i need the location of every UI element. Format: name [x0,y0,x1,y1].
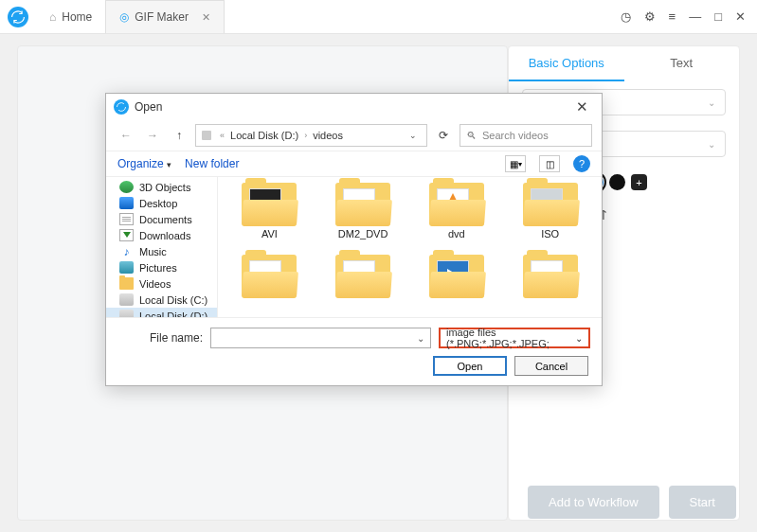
start-button[interactable]: Start [669,486,736,519]
swatch-black[interactable] [609,174,625,190]
history-icon[interactable]: ◷ [621,9,631,24]
file-grid[interactable]: AVIDM2_DVDdvdISO [218,177,602,317]
file-item[interactable]: dvd [413,183,501,251]
breadcrumb[interactable]: « Local Disk (D:) › videos ⌄ [195,124,427,147]
nav-forward-icon[interactable]: → [142,125,163,146]
file-item[interactable]: AVI [225,183,314,251]
breadcrumb-sep-icon: › [304,131,307,140]
folder-icon [429,183,484,226]
open-dialog: Open ✕ ← → ↑ « Local Disk (D:) › videos … [105,93,603,386]
refresh-icon[interactable]: ⟳ [433,129,454,142]
drive-icon [119,293,134,306]
file-type-filter[interactable]: image files (*.PNG;*.JPG;*.JPEG; ⌄ [439,328,590,348]
tree-item[interactable]: Desktop [106,195,217,211]
organize-menu[interactable]: Organize ▾ [117,157,171,170]
tree-item[interactable]: Local Disk (D:) [106,308,217,317]
folder-icon [242,255,297,298]
nav-back-icon[interactable]: ← [116,125,136,146]
titlebar: ⌂ Home ◎ GIF Maker ✕ ◷ ⚙ ≡ — □ ✕ [0,0,757,34]
dialog-app-icon [114,99,129,115]
dialog-close-icon[interactable]: ✕ [570,97,594,117]
tab-home-label: Home [62,10,92,24]
folder-icon [119,277,134,290]
app-logo-icon [8,7,28,27]
chevron-down-icon: ⌄ [708,98,715,108]
breadcrumb-drive[interactable]: Local Disk (D:) [230,130,298,141]
tab-gif-label: GIF Maker [135,10,189,24]
breadcrumb-dropdown-icon[interactable]: ⌄ [406,131,421,140]
tree-item-label: Local Disk (D:) [139,310,207,318]
file-item[interactable]: DM2_DVD [319,183,407,251]
menu-icon[interactable]: ≡ [669,9,676,24]
dialog-titlebar: Open ✕ [106,94,602,120]
help-icon[interactable]: ? [573,155,590,172]
tab-basic-options[interactable]: Basic Options [509,46,624,81]
settings-icon[interactable]: ⚙ [644,9,656,24]
tree-item-label: Music [139,246,167,257]
down-arrow [119,229,134,241]
drive-icon [119,310,134,317]
folder-icon [335,183,390,226]
file-item[interactable] [319,255,407,311]
breadcrumb-sep-icon: « [220,131,225,140]
tab-text[interactable]: Text [624,46,740,81]
folder-icon [335,255,390,298]
tree-item[interactable]: Downloads [106,227,217,243]
filename-input[interactable]: ⌄ [210,328,431,348]
file-item[interactable] [506,255,594,311]
tree-item[interactable]: 3D Objects [106,179,217,195]
swatch-add[interactable]: + [631,174,647,190]
cancel-button[interactable]: Cancel [514,356,588,376]
filename-label: File name: [117,331,203,345]
file-item[interactable] [225,255,314,311]
file-label: dvd [448,228,465,239]
tab-close-icon[interactable]: ✕ [202,11,210,24]
folder-icon [523,183,578,226]
view-mode-button[interactable]: ▦ ▾ [505,155,526,172]
pic-icon [119,261,134,274]
file-label: ISO [541,228,559,239]
nav-tree[interactable]: 3D ObjectsDesktopDocumentsDownloads♪Musi… [106,177,218,317]
file-item[interactable]: ISO [506,183,594,251]
breadcrumb-folder[interactable]: videos [313,130,343,141]
home-icon: ⌂ [49,10,56,24]
search-icon: 🔍︎ [466,130,477,141]
add-workflow-button[interactable]: Add to Workflow [528,486,658,519]
chevron-down-icon: ⌄ [575,333,583,344]
tree-item-label: Desktop [139,198,177,209]
title-actions: ◷ ⚙ ≡ — □ ✕ [621,9,757,24]
gif-icon: ◎ [119,10,129,24]
green3d [119,181,134,193]
file-item[interactable] [413,255,501,311]
dialog-title: Open [135,100,162,114]
folder-icon [242,183,297,226]
doc-lines [119,213,134,225]
tree-item[interactable]: Pictures [106,259,217,275]
tree-item-label: 3D Objects [139,182,190,193]
tree-item[interactable]: Local Disk (C:) [106,292,217,308]
tree-item[interactable]: ♪Music [106,243,217,259]
folder-icon [523,255,578,298]
tab-gif-maker[interactable]: ◎ GIF Maker ✕ [105,0,225,33]
tree-item[interactable]: Documents [106,211,217,227]
file-label: DM2_DVD [338,228,388,239]
search-input[interactable]: 🔍︎ Search videos [460,124,592,147]
search-placeholder: Search videos [482,130,549,141]
new-folder-button[interactable]: New folder [185,157,239,170]
minimize-icon[interactable]: — [689,9,701,24]
close-icon[interactable]: ✕ [735,9,746,24]
tree-item-label: Videos [139,278,171,290]
nav-up-icon[interactable]: ↑ [169,125,189,146]
music-note: ♪ [119,245,134,257]
chevron-down-icon[interactable]: ⌄ [417,333,424,344]
tree-item[interactable]: Videos [106,275,217,292]
tab-home[interactable]: ⌂ Home [36,0,105,33]
open-button[interactable]: Open [433,356,507,376]
footer-buttons: Add to Workflow Start [528,486,736,519]
preview-pane-button[interactable]: ◫ [539,155,560,172]
file-label: AVI [261,228,278,239]
chevron-down-icon: ⌄ [708,139,715,150]
folder-icon [429,255,484,298]
maximize-icon[interactable]: □ [714,9,722,24]
tree-item-label: Downloads [139,230,190,241]
